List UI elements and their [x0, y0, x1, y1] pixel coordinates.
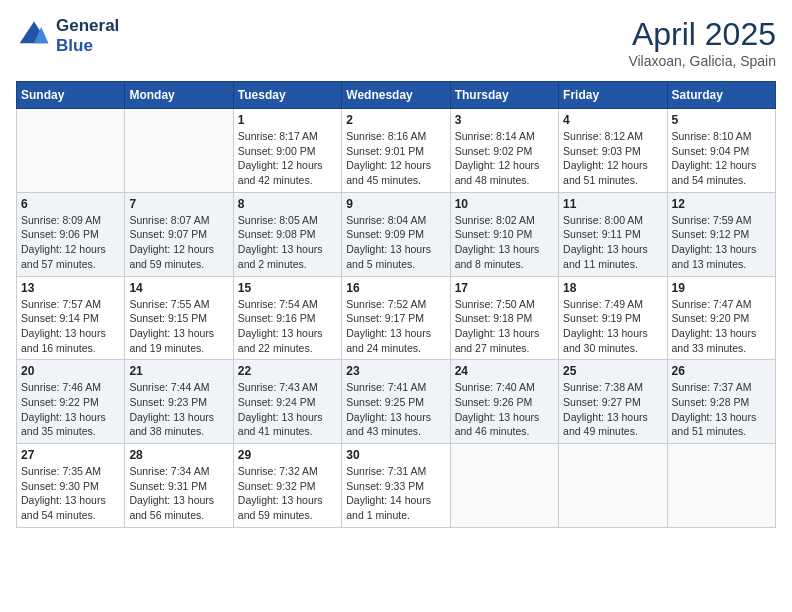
day-of-week-header: Wednesday — [342, 82, 450, 109]
logo-text: General Blue — [56, 16, 119, 55]
calendar-cell: 9Sunrise: 8:04 AM Sunset: 9:09 PM Daylig… — [342, 192, 450, 276]
calendar-cell — [559, 444, 667, 528]
calendar-cell: 12Sunrise: 7:59 AM Sunset: 9:12 PM Dayli… — [667, 192, 775, 276]
cell-content: Sunrise: 7:50 AM Sunset: 9:18 PM Dayligh… — [455, 297, 554, 356]
day-number: 14 — [129, 281, 228, 295]
day-number: 9 — [346, 197, 445, 211]
title-block: April 2025 Vilaxoan, Galicia, Spain — [628, 16, 776, 69]
calendar-cell: 19Sunrise: 7:47 AM Sunset: 9:20 PM Dayli… — [667, 276, 775, 360]
calendar-cell: 30Sunrise: 7:31 AM Sunset: 9:33 PM Dayli… — [342, 444, 450, 528]
calendar-cell: 11Sunrise: 8:00 AM Sunset: 9:11 PM Dayli… — [559, 192, 667, 276]
cell-content: Sunrise: 8:09 AM Sunset: 9:06 PM Dayligh… — [21, 213, 120, 272]
cell-content: Sunrise: 7:34 AM Sunset: 9:31 PM Dayligh… — [129, 464, 228, 523]
day-number: 24 — [455, 364, 554, 378]
calendar-cell: 13Sunrise: 7:57 AM Sunset: 9:14 PM Dayli… — [17, 276, 125, 360]
cell-content: Sunrise: 8:14 AM Sunset: 9:02 PM Dayligh… — [455, 129, 554, 188]
calendar-cell: 3Sunrise: 8:14 AM Sunset: 9:02 PM Daylig… — [450, 109, 558, 193]
cell-content: Sunrise: 7:32 AM Sunset: 9:32 PM Dayligh… — [238, 464, 337, 523]
day-number: 5 — [672, 113, 771, 127]
day-number: 1 — [238, 113, 337, 127]
day-number: 18 — [563, 281, 662, 295]
day-number: 30 — [346, 448, 445, 462]
day-number: 10 — [455, 197, 554, 211]
calendar-cell: 10Sunrise: 8:02 AM Sunset: 9:10 PM Dayli… — [450, 192, 558, 276]
calendar-cell: 1Sunrise: 8:17 AM Sunset: 9:00 PM Daylig… — [233, 109, 341, 193]
page-header: General Blue April 2025 Vilaxoan, Galici… — [16, 16, 776, 69]
day-number: 22 — [238, 364, 337, 378]
cell-content: Sunrise: 7:41 AM Sunset: 9:25 PM Dayligh… — [346, 380, 445, 439]
day-of-week-header: Monday — [125, 82, 233, 109]
calendar-cell: 17Sunrise: 7:50 AM Sunset: 9:18 PM Dayli… — [450, 276, 558, 360]
calendar-cell: 26Sunrise: 7:37 AM Sunset: 9:28 PM Dayli… — [667, 360, 775, 444]
cell-content: Sunrise: 8:16 AM Sunset: 9:01 PM Dayligh… — [346, 129, 445, 188]
calendar-cell: 23Sunrise: 7:41 AM Sunset: 9:25 PM Dayli… — [342, 360, 450, 444]
calendar-cell: 20Sunrise: 7:46 AM Sunset: 9:22 PM Dayli… — [17, 360, 125, 444]
cell-content: Sunrise: 7:49 AM Sunset: 9:19 PM Dayligh… — [563, 297, 662, 356]
calendar-cell — [450, 444, 558, 528]
cell-content: Sunrise: 8:05 AM Sunset: 9:08 PM Dayligh… — [238, 213, 337, 272]
day-number: 8 — [238, 197, 337, 211]
day-number: 20 — [21, 364, 120, 378]
month-title: April 2025 — [628, 16, 776, 53]
calendar-cell: 15Sunrise: 7:54 AM Sunset: 9:16 PM Dayli… — [233, 276, 341, 360]
day-number: 12 — [672, 197, 771, 211]
cell-content: Sunrise: 8:07 AM Sunset: 9:07 PM Dayligh… — [129, 213, 228, 272]
calendar-cell: 14Sunrise: 7:55 AM Sunset: 9:15 PM Dayli… — [125, 276, 233, 360]
cell-content: Sunrise: 7:47 AM Sunset: 9:20 PM Dayligh… — [672, 297, 771, 356]
cell-content: Sunrise: 7:54 AM Sunset: 9:16 PM Dayligh… — [238, 297, 337, 356]
calendar-cell: 21Sunrise: 7:44 AM Sunset: 9:23 PM Dayli… — [125, 360, 233, 444]
day-number: 11 — [563, 197, 662, 211]
cell-content: Sunrise: 7:52 AM Sunset: 9:17 PM Dayligh… — [346, 297, 445, 356]
calendar-cell: 24Sunrise: 7:40 AM Sunset: 9:26 PM Dayli… — [450, 360, 558, 444]
day-of-week-header: Sunday — [17, 82, 125, 109]
day-number: 28 — [129, 448, 228, 462]
cell-content: Sunrise: 7:44 AM Sunset: 9:23 PM Dayligh… — [129, 380, 228, 439]
day-number: 15 — [238, 281, 337, 295]
calendar-cell: 2Sunrise: 8:16 AM Sunset: 9:01 PM Daylig… — [342, 109, 450, 193]
cell-content: Sunrise: 7:40 AM Sunset: 9:26 PM Dayligh… — [455, 380, 554, 439]
day-number: 17 — [455, 281, 554, 295]
cell-content: Sunrise: 7:57 AM Sunset: 9:14 PM Dayligh… — [21, 297, 120, 356]
cell-content: Sunrise: 7:59 AM Sunset: 9:12 PM Dayligh… — [672, 213, 771, 272]
day-number: 4 — [563, 113, 662, 127]
logo: General Blue — [16, 16, 119, 55]
calendar-cell: 25Sunrise: 7:38 AM Sunset: 9:27 PM Dayli… — [559, 360, 667, 444]
day-of-week-header: Thursday — [450, 82, 558, 109]
cell-content: Sunrise: 8:10 AM Sunset: 9:04 PM Dayligh… — [672, 129, 771, 188]
day-number: 25 — [563, 364, 662, 378]
calendar-cell: 28Sunrise: 7:34 AM Sunset: 9:31 PM Dayli… — [125, 444, 233, 528]
location-subtitle: Vilaxoan, Galicia, Spain — [628, 53, 776, 69]
day-of-week-header: Saturday — [667, 82, 775, 109]
calendar-cell: 16Sunrise: 7:52 AM Sunset: 9:17 PM Dayli… — [342, 276, 450, 360]
day-number: 13 — [21, 281, 120, 295]
day-number: 29 — [238, 448, 337, 462]
cell-content: Sunrise: 7:46 AM Sunset: 9:22 PM Dayligh… — [21, 380, 120, 439]
calendar-cell — [667, 444, 775, 528]
calendar-cell: 6Sunrise: 8:09 AM Sunset: 9:06 PM Daylig… — [17, 192, 125, 276]
day-number: 6 — [21, 197, 120, 211]
calendar-cell: 22Sunrise: 7:43 AM Sunset: 9:24 PM Dayli… — [233, 360, 341, 444]
day-of-week-header: Friday — [559, 82, 667, 109]
calendar-cell — [17, 109, 125, 193]
cell-content: Sunrise: 7:38 AM Sunset: 9:27 PM Dayligh… — [563, 380, 662, 439]
cell-content: Sunrise: 8:12 AM Sunset: 9:03 PM Dayligh… — [563, 129, 662, 188]
cell-content: Sunrise: 7:43 AM Sunset: 9:24 PM Dayligh… — [238, 380, 337, 439]
calendar-cell — [125, 109, 233, 193]
cell-content: Sunrise: 8:02 AM Sunset: 9:10 PM Dayligh… — [455, 213, 554, 272]
cell-content: Sunrise: 7:55 AM Sunset: 9:15 PM Dayligh… — [129, 297, 228, 356]
calendar-cell: 18Sunrise: 7:49 AM Sunset: 9:19 PM Dayli… — [559, 276, 667, 360]
calendar-cell: 7Sunrise: 8:07 AM Sunset: 9:07 PM Daylig… — [125, 192, 233, 276]
day-number: 16 — [346, 281, 445, 295]
day-number: 7 — [129, 197, 228, 211]
calendar-cell: 29Sunrise: 7:32 AM Sunset: 9:32 PM Dayli… — [233, 444, 341, 528]
cell-content: Sunrise: 8:00 AM Sunset: 9:11 PM Dayligh… — [563, 213, 662, 272]
day-number: 26 — [672, 364, 771, 378]
cell-content: Sunrise: 7:37 AM Sunset: 9:28 PM Dayligh… — [672, 380, 771, 439]
calendar-cell: 27Sunrise: 7:35 AM Sunset: 9:30 PM Dayli… — [17, 444, 125, 528]
logo-icon — [16, 18, 52, 54]
cell-content: Sunrise: 7:35 AM Sunset: 9:30 PM Dayligh… — [21, 464, 120, 523]
calendar-cell: 5Sunrise: 8:10 AM Sunset: 9:04 PM Daylig… — [667, 109, 775, 193]
cell-content: Sunrise: 8:17 AM Sunset: 9:00 PM Dayligh… — [238, 129, 337, 188]
day-number: 2 — [346, 113, 445, 127]
cell-content: Sunrise: 8:04 AM Sunset: 9:09 PM Dayligh… — [346, 213, 445, 272]
